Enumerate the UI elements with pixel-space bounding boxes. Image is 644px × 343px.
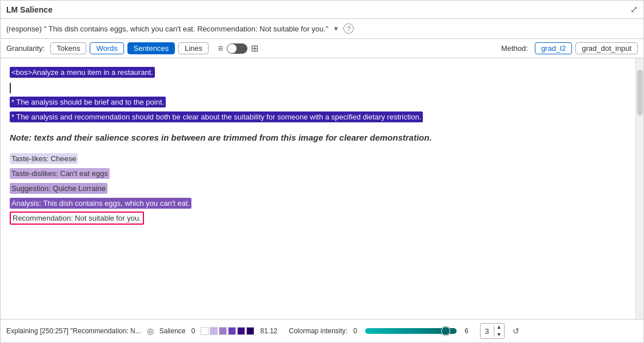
counter-up-btn[interactable]: ▲ (494, 324, 504, 331)
main-content: <bos>Analyze a menu item in a restaurant… (1, 58, 643, 319)
counter-box: 3 ▲ ▼ (480, 323, 505, 339)
note-text: Note: texts and their salience scores in… (10, 131, 626, 145)
cursor-block (10, 81, 626, 94)
sal-box-4 (228, 327, 236, 335)
response-text: (response) " This dish contains eggs, wh… (6, 25, 329, 33)
salience-max: 81.12 (260, 327, 277, 335)
colormap-slider-thumb[interactable] (441, 326, 450, 336)
colormap-slider[interactable] (365, 328, 457, 334)
toggle-knob (227, 44, 237, 53)
salience-label: Salience (159, 327, 186, 335)
counter-value: 3 (481, 326, 494, 337)
toggle-wrapper[interactable] (227, 43, 247, 54)
window-title: LM Salience (6, 5, 53, 14)
recommendation-text: Recommendation: Not suitable for you. (10, 212, 144, 225)
colormap-label: Colormap intensity: (289, 327, 347, 335)
taste-likes-text: Taste-likes: Cheese (10, 153, 78, 164)
granularity-bar: Granularity: Tokens Words Sentences Line… (1, 39, 643, 58)
recommendation-block: Recommendation: Not suitable for you. (10, 212, 626, 225)
target-icon: ◎ (147, 326, 154, 336)
sal-box-3 (219, 327, 227, 335)
counter-arrows: ▲ ▼ (494, 324, 504, 338)
analysis-text: Analysis: This dish contains eggs, which… (10, 198, 191, 209)
response-bar: (response) " This dish contains eggs, wh… (1, 19, 643, 39)
expand-icon[interactable]: ⤢ (630, 4, 638, 15)
explaining-text: Explaining [250:257] "Recommendation: N.… (6, 327, 141, 335)
salience-boxes (201, 327, 254, 335)
taste-likes-block: Taste-likes: Cheese (10, 153, 626, 165)
line3-block: * The analysis should be brief and to th… (10, 96, 626, 109)
analysis-block: Analysis: This dish contains eggs, which… (10, 197, 626, 210)
scrollbar-thumb[interactable] (637, 70, 643, 115)
status-bar: Explaining [250:257] "Recommendation: N.… (1, 319, 643, 342)
taste-dislikes-block: Taste-dislikes: Can't eat eggs (10, 167, 626, 180)
toggle-switch[interactable] (227, 43, 247, 54)
granularity-sentences-btn[interactable]: Sentences (127, 42, 175, 54)
granularity-tokens-btn[interactable]: Tokens (50, 42, 86, 54)
help-icon[interactable]: ? (343, 23, 354, 34)
line3-text: * The analysis should be brief and to th… (10, 97, 166, 107)
lm-salience-window: LM Salience ⤢ (response) " This dish con… (0, 0, 644, 343)
suggestion-block: Suggestion: Quiche Lorraine (10, 182, 626, 195)
sal-box-1 (201, 327, 209, 335)
cursor-line (10, 83, 11, 93)
granularity-words-btn[interactable]: Words (90, 42, 123, 54)
line1-text: <bos>Analyze a menu item in a restaurant… (10, 67, 155, 78)
sal-box-6 (246, 327, 254, 335)
method-label: Method: (501, 44, 528, 53)
line1-block: <bos>Analyze a menu item in a restaurant… (10, 66, 626, 79)
granularity-lines-btn[interactable]: Lines (178, 42, 209, 54)
colormap-min: 0 (353, 327, 357, 335)
counter-down-btn[interactable]: ▼ (494, 331, 504, 338)
toolbar-icons: ≡ ⊞ (218, 43, 258, 54)
title-bar: LM Salience ⤢ (1, 1, 643, 19)
taste-dislikes-text: Taste-dislikes: Can't eat eggs (10, 168, 110, 179)
list-icon[interactable]: ≡ (218, 43, 223, 54)
line4-block: * The analysis and recommendation should… (10, 111, 626, 123)
response-dropdown-arrow[interactable]: ▼ (333, 25, 339, 32)
sal-box-5 (237, 327, 245, 335)
method-grad-dot-input-btn[interactable]: grad_dot_input (575, 42, 638, 54)
suggestion-text: Suggestion: Quiche Lorraine (10, 183, 107, 194)
sal-box-2 (210, 327, 218, 335)
salience-min: 0 (191, 327, 195, 335)
content-area[interactable]: <bos>Analyze a menu item in a restaurant… (1, 58, 635, 319)
method-grad-l2-btn[interactable]: grad_l2 (535, 42, 572, 54)
colormap-max: 6 (465, 327, 469, 335)
grid-icon[interactable]: ⊞ (251, 43, 258, 54)
scrollbar[interactable] (635, 58, 643, 319)
granularity-label: Granularity: (6, 44, 45, 53)
refresh-icon[interactable]: ↺ (513, 326, 519, 336)
line4-text: * The analysis and recommendation should… (10, 111, 423, 122)
